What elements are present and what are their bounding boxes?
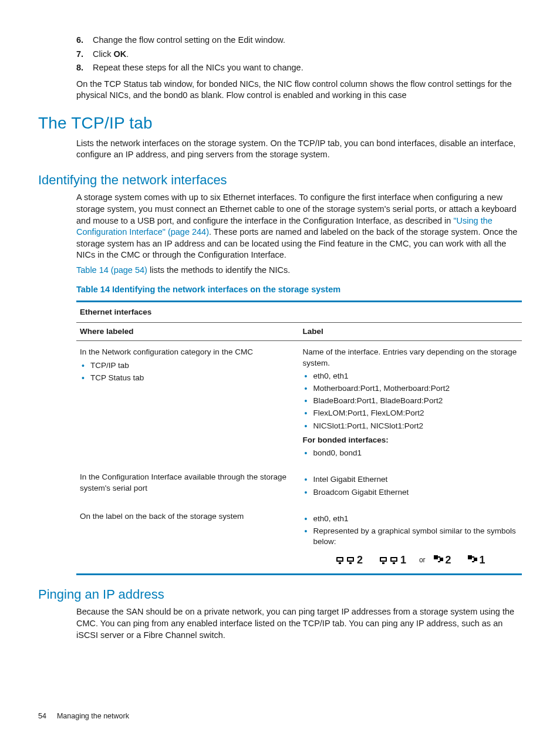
nic-symbol-group: 1 bbox=[468, 553, 485, 567]
list-item: Represented by a graphical symbol simila… bbox=[303, 526, 519, 547]
nic-symbol-group: 1 bbox=[379, 553, 406, 567]
svg-rect-8 bbox=[382, 562, 384, 564]
svg-rect-17 bbox=[468, 555, 472, 559]
list-item: eth0, eth1 bbox=[303, 514, 519, 524]
svg-rect-11 bbox=[393, 562, 395, 564]
svg-rect-14 bbox=[438, 556, 440, 558]
table-14-title: Table 14 Identifying the network interfa… bbox=[76, 284, 522, 296]
ok-label: OK bbox=[113, 49, 126, 59]
page-footer: 54 Managing the network bbox=[38, 711, 522, 721]
table-row: In the Configuration Interface available… bbox=[76, 466, 522, 505]
row1-right-intro: Name of the interface. Entries vary depe… bbox=[303, 347, 519, 368]
svg-rect-18 bbox=[474, 558, 477, 561]
page-number: 54 bbox=[38, 711, 46, 721]
symbol-label-2: 2 bbox=[446, 553, 451, 567]
svg-rect-19 bbox=[472, 556, 474, 558]
step-text: Change the flow control setting on the E… bbox=[93, 35, 285, 46]
nic-symbols-row: 2 1 or 2 1 bbox=[303, 553, 519, 567]
list-item: eth0, eth1 bbox=[303, 371, 519, 382]
list-item: TCP/IP tab bbox=[80, 360, 296, 371]
step-8: 8. Repeat these steps for all the NICs y… bbox=[76, 62, 522, 74]
symbol-label-1: 1 bbox=[480, 553, 485, 567]
tcp-status-paragraph: On the TCP Status tab window, for bonded… bbox=[76, 79, 522, 102]
row1-right-bullets: eth0, eth1 Motherboard:Port1, Motherboar… bbox=[303, 371, 519, 431]
table-group-header: Ethernet interfaces bbox=[76, 301, 522, 322]
step-7: 7. Click OK. bbox=[76, 49, 522, 60]
step-text: Click OK. bbox=[93, 49, 129, 60]
nic-alt-icon bbox=[468, 555, 478, 566]
svg-rect-12 bbox=[434, 555, 438, 559]
nic-symbol-group: 2 bbox=[336, 553, 363, 567]
list-item: Motherboard:Port1, Motherboard:Port2 bbox=[303, 383, 519, 394]
row2-left: In the Configuration Interface available… bbox=[76, 466, 299, 505]
svg-rect-5 bbox=[349, 562, 352, 564]
step-number: 7. bbox=[76, 49, 93, 60]
footer-chapter: Managing the network bbox=[57, 711, 129, 721]
list-item: TCP Status tab bbox=[80, 373, 296, 383]
svg-rect-10 bbox=[392, 558, 396, 561]
row3-right-bullets: eth0, eth1 Represented by a graphical sy… bbox=[303, 514, 519, 548]
list-item: Intel Gigabit Ethernet bbox=[303, 474, 519, 485]
svg-rect-1 bbox=[338, 558, 342, 561]
svg-rect-2 bbox=[339, 562, 341, 564]
table-14-link[interactable]: Table 14 (page 54) bbox=[76, 265, 147, 275]
heading-identifying: Identifying the network interfaces bbox=[38, 171, 522, 189]
table-row: In the Network configuration category in… bbox=[76, 341, 522, 466]
svg-rect-16 bbox=[434, 562, 438, 566]
step-text: Repeat these steps for all the NICs you … bbox=[93, 62, 303, 74]
heading-tcpip-tab: The TCP/IP tab bbox=[38, 112, 522, 134]
list-item: bond0, bond1 bbox=[303, 448, 519, 458]
row1-bonded-bullets: bond0, bond1 bbox=[303, 448, 519, 458]
row1-left-intro: In the Network configuration category in… bbox=[80, 347, 296, 357]
svg-rect-7 bbox=[381, 558, 386, 561]
tcpip-paragraph: Lists the network interfaces on the stor… bbox=[76, 138, 522, 161]
or-text: or bbox=[419, 555, 426, 565]
list-item: FlexLOM:Port1, FlexLOM:Port2 bbox=[303, 408, 519, 418]
col-where-labeled: Where labeled bbox=[76, 323, 299, 341]
nic-symbol-group: 2 bbox=[434, 553, 451, 567]
svg-rect-4 bbox=[348, 558, 353, 561]
row3-left: On the label on the back of the storage … bbox=[76, 505, 299, 574]
svg-rect-13 bbox=[440, 558, 443, 561]
nic-port-icon bbox=[336, 556, 345, 565]
col-label: Label bbox=[299, 323, 522, 341]
table-14: Ethernet interfaces Where labeled Label … bbox=[76, 301, 522, 575]
numbered-steps: 6. Change the flow control setting on th… bbox=[76, 35, 522, 74]
pinging-paragraph: Because the SAN should be on a private n… bbox=[76, 606, 522, 641]
nic-port-icon bbox=[379, 556, 389, 565]
row2-right-bullets: Intel Gigabit Ethernet Broadcom Gigabit … bbox=[303, 474, 519, 497]
table-row: On the label on the back of the storage … bbox=[76, 505, 522, 574]
symbol-label-2: 2 bbox=[357, 553, 363, 567]
bonded-label: For bonded interfaces: bbox=[303, 435, 519, 445]
list-item: BladeBoard:Port1, BladeBoard:Port2 bbox=[303, 396, 519, 406]
list-item: Broadcom Gigabit Ethernet bbox=[303, 487, 519, 498]
nic-alt-icon bbox=[434, 555, 444, 566]
table-ref-paragraph: Table 14 (page 54) lists the methods to … bbox=[76, 265, 522, 276]
step-6: 6. Change the flow control setting on th… bbox=[76, 35, 522, 46]
nic-port-icon bbox=[346, 556, 356, 565]
identifying-paragraph: A storage system comes with up to six Et… bbox=[76, 192, 522, 261]
svg-rect-15 bbox=[438, 561, 440, 562]
svg-rect-20 bbox=[472, 561, 474, 562]
row1-left-bullets: TCP/IP tab TCP Status tab bbox=[80, 360, 296, 383]
step-number: 8. bbox=[76, 62, 93, 74]
list-item: NICSlot1:Port1, NICSlot1:Port2 bbox=[303, 421, 519, 431]
heading-pinging: Pinging an IP address bbox=[38, 586, 522, 603]
step-number: 6. bbox=[76, 35, 93, 46]
nic-port-icon bbox=[390, 556, 399, 565]
symbol-label-1: 1 bbox=[400, 553, 406, 567]
